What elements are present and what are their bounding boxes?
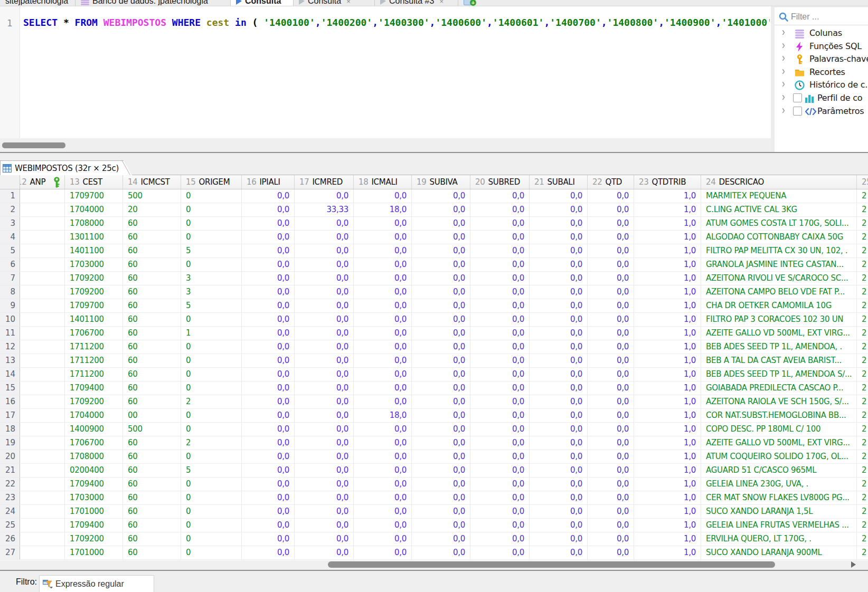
cell-icmali[interactable]: 0,0 [354, 546, 412, 559]
cell-ipiali[interactable]: 0,0 [242, 203, 295, 216]
cell-subred[interactable]: 0,0 [470, 272, 530, 285]
column-header-subali[interactable]: 21SUBALI [530, 175, 588, 189]
cell-icmcst[interactable]: 60 [123, 368, 181, 381]
cell-subiva[interactable]: 0,0 [412, 244, 470, 257]
row-number[interactable]: 2 [0, 203, 20, 216]
cell-subali[interactable]: 0,0 [530, 285, 588, 299]
chevron-right-icon[interactable]: › [782, 65, 785, 78]
cell-origem[interactable]: 0 [181, 258, 242, 271]
cell-subali[interactable]: 0,0 [530, 299, 588, 312]
cell-icmali[interactable]: 0,0 [354, 464, 412, 477]
cell-subred[interactable]: 0,0 [470, 464, 530, 477]
column-header-subred[interactable]: 20SUBRED [470, 175, 530, 189]
cell-subali[interactable]: 0,0 [530, 491, 588, 504]
cell-icmali[interactable]: 0,0 [354, 258, 412, 271]
sql-text[interactable]: SELECT * FROM WEBIMPOSTOS WHERE cest in … [23, 17, 770, 28]
cell-ipiali[interactable]: 0,0 [242, 436, 295, 450]
cell-qtdtrib[interactable]: 1,0 [634, 368, 701, 381]
cell-subali[interactable]: 0,0 [530, 505, 588, 518]
cell-icmali[interactable]: 0,0 [354, 217, 412, 230]
cell-anp[interactable] [20, 478, 65, 491]
cell-subiva[interactable]: 0,0 [412, 217, 470, 230]
chevron-right-icon[interactable]: › [782, 91, 785, 104]
cell-qtd[interactable]: 0,0 [588, 244, 634, 257]
cell-subred[interactable]: 0,0 [470, 189, 530, 203]
cell-icmali[interactable]: 0,0 [354, 272, 412, 285]
cell-25[interactable]: 2 [857, 217, 868, 230]
column-header-25[interactable]: 25 [857, 175, 868, 189]
cell-subred[interactable]: 0,0 [470, 532, 530, 546]
cell-icmcst[interactable]: 60 [123, 217, 181, 230]
cell-subred[interactable]: 0,0 [470, 217, 530, 230]
cell-icmred[interactable]: 0,0 [295, 546, 354, 559]
cell-cest[interactable]: 1708000 [65, 450, 123, 463]
cell-anp[interactable] [20, 299, 65, 312]
cell-origem[interactable]: 0 [181, 354, 242, 367]
cell-cest[interactable]: 1709700 [65, 189, 123, 203]
cell-qtdtrib[interactable]: 1,0 [634, 354, 701, 367]
cell-subali[interactable]: 0,0 [530, 217, 588, 230]
cell-subred[interactable]: 0,0 [470, 354, 530, 367]
cell-icmcst[interactable]: 60 [123, 327, 181, 340]
cell-anp[interactable] [20, 519, 65, 532]
cell-25[interactable]: 2 [857, 203, 868, 216]
chevron-right-icon[interactable]: › [782, 39, 785, 52]
row-number[interactable]: 11 [0, 327, 20, 340]
cell-origem[interactable]: 2 [181, 395, 242, 408]
cell-qtd[interactable]: 0,0 [588, 285, 634, 299]
cell-icmcst[interactable]: 60 [123, 395, 181, 408]
cell-anp[interactable] [20, 244, 65, 257]
cell-subali[interactable]: 0,0 [530, 546, 588, 559]
cell-anp[interactable] [20, 313, 65, 326]
cell-ipiali[interactable]: 0,0 [242, 189, 295, 203]
cell-ipiali[interactable]: 0,0 [242, 258, 295, 271]
cell-icmali[interactable]: 0,0 [354, 423, 412, 436]
row-number[interactable]: 20 [0, 450, 20, 463]
cell-25[interactable]: 2 [857, 258, 868, 271]
cell-icmcst[interactable]: 60 [123, 532, 181, 546]
row-number[interactable]: 12 [0, 340, 20, 354]
splitter-sash[interactable] [771, 6, 775, 152]
cell-icmali[interactable]: 0,0 [354, 231, 412, 244]
cell-icmali[interactable]: 0,0 [354, 450, 412, 463]
cell-subali[interactable]: 0,0 [530, 532, 588, 546]
cell-origem[interactable]: 3 [181, 272, 242, 285]
cell-anp[interactable] [20, 203, 65, 216]
cell-anp[interactable] [20, 327, 65, 340]
cell-25[interactable]: 2 [857, 285, 868, 299]
cell-cest[interactable]: 1709400 [65, 519, 123, 532]
cell-subred[interactable]: 0,0 [470, 203, 530, 216]
cell-origem[interactable]: 0 [181, 519, 242, 532]
cell-icmali[interactable]: 0,0 [354, 327, 412, 340]
cell-ipiali[interactable]: 0,0 [242, 244, 295, 257]
cell-descricao[interactable]: MARMITEX PEQUENA [701, 189, 857, 203]
assist-item-par-metros[interactable]: ›Parâmetros [775, 105, 868, 118]
cell-subred[interactable]: 0,0 [470, 258, 530, 271]
cell-subred[interactable]: 0,0 [470, 423, 530, 436]
cell-subali[interactable]: 0,0 [530, 203, 588, 216]
cell-qtdtrib[interactable]: 1,0 [634, 436, 701, 450]
cell-anp[interactable] [20, 409, 65, 422]
cell-qtd[interactable]: 0,0 [588, 409, 634, 422]
cell-subiva[interactable]: 0,0 [412, 450, 470, 463]
cell-icmred[interactable]: 0,0 [295, 505, 354, 518]
cell-qtd[interactable]: 0,0 [588, 340, 634, 354]
row-number[interactable]: 19 [0, 436, 20, 450]
cell-subiva[interactable]: 0,0 [412, 285, 470, 299]
assist-item-hist-rico-de-c[interactable]: ›Histórico de c. [775, 79, 868, 92]
cell-25[interactable]: 2 [857, 423, 868, 436]
cell-25[interactable]: 2 [857, 395, 868, 408]
cell-icmali[interactable]: 0,0 [354, 478, 412, 491]
cell-25[interactable]: 2 [857, 340, 868, 354]
row-number[interactable]: 4 [0, 231, 20, 244]
cell-subali[interactable]: 0,0 [530, 231, 588, 244]
cell-icmali[interactable]: 18,0 [354, 409, 412, 422]
cell-cest[interactable]: 1401100 [65, 244, 123, 257]
column-header-origem[interactable]: 15ORIGEM [181, 175, 242, 189]
editor-hscrollbar[interactable] [0, 138, 771, 152]
row-number[interactable]: 14 [0, 368, 20, 381]
cell-qtdtrib[interactable]: 1,0 [634, 203, 701, 216]
cell-subiva[interactable]: 0,0 [412, 258, 470, 271]
cell-cest[interactable]: 1400900 [65, 423, 123, 436]
cell-qtdtrib[interactable]: 1,0 [634, 381, 701, 395]
